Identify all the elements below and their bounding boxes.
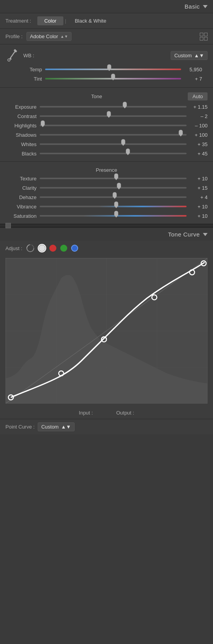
panel-collapse-arrow[interactable]: [203, 5, 208, 8]
adjust-row: Adjust :: [0, 241, 213, 255]
vibrance-track: [40, 206, 187, 207]
highlights-track-wrap[interactable]: [40, 122, 187, 129]
highlights-slider-row: Highlights – 100: [0, 121, 213, 130]
vibrance-track-wrap[interactable]: [40, 203, 187, 210]
dehaze-thumb[interactable]: [112, 192, 117, 199]
input-label: Input :: [79, 410, 93, 416]
treatment-bw-btn[interactable]: Black & White: [68, 16, 113, 25]
clarity-track: [40, 187, 187, 189]
wb-section: WB : Custom ▲▼ Temp 5,950 Tint + 7: [0, 44, 213, 88]
contrast-thumb[interactable]: [106, 111, 112, 118]
profile-value: Adobe Color: [30, 34, 58, 39]
grid-cell-4: [204, 37, 208, 41]
red-channel-dot[interactable]: [49, 245, 56, 252]
contrast-label: Contrast: [5, 113, 37, 119]
clarity-label: Clarity: [5, 185, 37, 191]
temp-value: 5,950: [184, 67, 202, 72]
point-curve-label: Point Curve :: [5, 424, 35, 430]
clarity-thumb[interactable]: [116, 183, 122, 190]
presence-header: Presence: [0, 165, 213, 174]
dehaze-value: + 4: [190, 194, 208, 200]
shadows-thumb[interactable]: [178, 130, 183, 137]
temp-label: Temp: [11, 67, 42, 72]
temp-slider-row: Temp 5,950: [5, 65, 208, 74]
tone-header-row: Tone Auto: [0, 91, 213, 102]
treatment-buttons: Color | Black & White: [37, 16, 113, 25]
dehaze-label: Dehaze: [5, 194, 37, 200]
treatment-divider: |: [65, 18, 66, 24]
saturation-slider-row: Saturation + 10: [0, 211, 213, 221]
exposure-track: [40, 106, 187, 108]
exposure-slider-row: Exposure + 1.15: [0, 102, 213, 111]
white-channel-dot[interactable]: [38, 245, 45, 252]
exposure-thumb[interactable]: [122, 102, 127, 109]
saturation-thumb[interactable]: [113, 211, 119, 218]
blacks-track-wrap[interactable]: [40, 150, 187, 157]
blacks-label: Blacks: [5, 151, 37, 157]
adjust-label: Adjust :: [5, 245, 22, 251]
vibrance-value: + 10: [190, 204, 208, 210]
tone-section: Tone Auto Exposure + 1.15 Contrast – 2 H: [0, 88, 213, 162]
texture-label: Texture: [5, 176, 37, 182]
saturation-track: [40, 215, 187, 217]
shadows-track: [40, 134, 187, 136]
wb-label: WB :: [23, 53, 34, 58]
wb-value-select[interactable]: Custom ▲▼: [171, 51, 208, 60]
clarity-track-wrap[interactable]: [40, 185, 187, 191]
curve-svg: [6, 258, 207, 403]
tint-value: + 7: [184, 76, 202, 82]
profile-row: Profile : Adobe Color ▲▼: [0, 29, 213, 44]
tone-curve-collapse-arrow[interactable]: [203, 233, 208, 236]
saturation-label: Saturation: [5, 213, 37, 219]
texture-thumb[interactable]: [113, 173, 119, 180]
vibrance-slider-row: Vibrance + 10: [0, 202, 213, 211]
temp-thumb[interactable]: [106, 64, 112, 71]
curve-canvas[interactable]: [5, 258, 208, 404]
eyedropper-icon[interactable]: [5, 48, 19, 62]
treatment-color-btn[interactable]: Color: [37, 16, 63, 25]
tint-slider-track[interactable]: [45, 76, 181, 82]
wb-dropdown-arrow: ▲▼: [194, 53, 204, 58]
shadows-label: Shadows: [5, 132, 37, 138]
vibrance-thumb[interactable]: [113, 201, 119, 208]
texture-track: [40, 178, 187, 179]
tone-label: Tone: [5, 94, 188, 99]
blacks-value: + 45: [190, 151, 208, 157]
whites-label: Whites: [5, 141, 37, 147]
temp-track: [45, 69, 181, 70]
treatment-row: Treatment : Color | Black & White: [0, 13, 213, 29]
svg-point-3: [8, 59, 10, 61]
panel-toggle-icon[interactable]: [5, 223, 11, 228]
temp-slider-track[interactable]: [45, 66, 181, 72]
blue-channel-dot[interactable]: [71, 245, 78, 252]
shadows-value: + 100: [190, 132, 208, 138]
tint-thumb[interactable]: [110, 74, 116, 81]
profile-grid-icon[interactable]: [200, 33, 208, 41]
highlights-track: [40, 125, 187, 126]
profile-select[interactable]: Adobe Color ▲▼: [26, 32, 72, 41]
point-curve-select[interactable]: Custom ▲▼: [38, 422, 75, 431]
texture-track-wrap[interactable]: [40, 175, 187, 182]
saturation-track-wrap[interactable]: [40, 213, 187, 219]
whites-track-wrap[interactable]: [40, 141, 187, 147]
exposure-label: Exposure: [5, 104, 37, 110]
blacks-thumb[interactable]: [125, 148, 131, 155]
saturation-value: + 10: [190, 213, 208, 219]
whites-thumb[interactable]: [120, 139, 126, 146]
auto-btn[interactable]: Auto: [188, 92, 208, 101]
dehaze-track: [40, 196, 187, 198]
treatment-label: Treatment :: [5, 18, 31, 24]
exposure-track-wrap[interactable]: [40, 104, 187, 110]
highlights-thumb[interactable]: [40, 120, 45, 127]
profile-dropdown-arrow: ▲▼: [60, 34, 68, 39]
shadows-slider-row: Shadows + 100: [0, 130, 213, 139]
clarity-slider-row: Clarity + 15: [0, 183, 213, 192]
composite-channel-icon[interactable]: [26, 244, 35, 252]
dehaze-track-wrap[interactable]: [40, 194, 187, 200]
contrast-track: [40, 115, 187, 117]
tone-curve-header: Tone Curve: [0, 228, 213, 241]
contrast-track-wrap[interactable]: [40, 113, 187, 119]
whites-value: + 35: [190, 141, 208, 147]
green-channel-dot[interactable]: [60, 245, 67, 252]
shadows-track-wrap[interactable]: [40, 132, 187, 138]
